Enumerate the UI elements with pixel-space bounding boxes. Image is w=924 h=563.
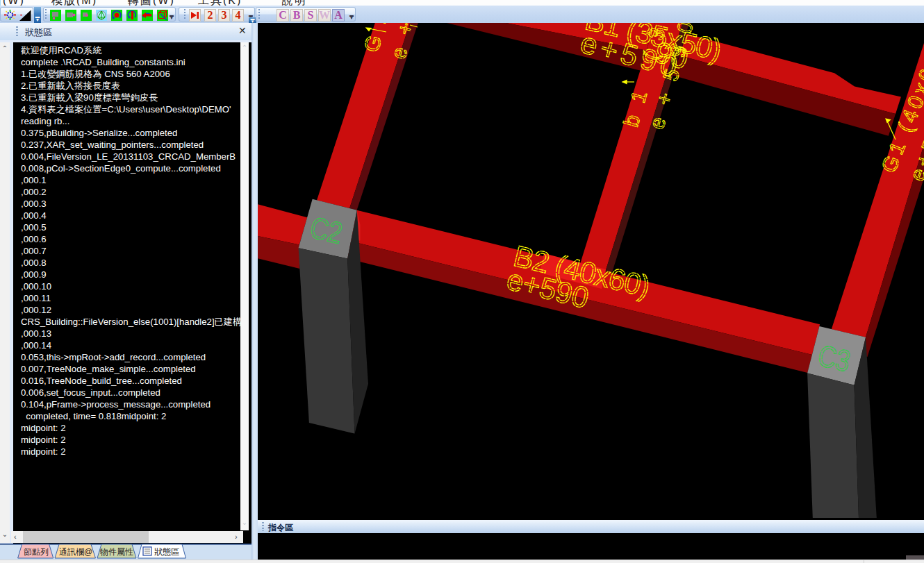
svg-text:狀態區: 狀態區 bbox=[154, 547, 179, 557]
svg-text:通訊欄@: 通訊欄@ bbox=[59, 547, 92, 557]
svg-text:物件屬性: 物件屬性 bbox=[99, 547, 133, 557]
svg-text:節點列: 節點列 bbox=[24, 547, 49, 557]
